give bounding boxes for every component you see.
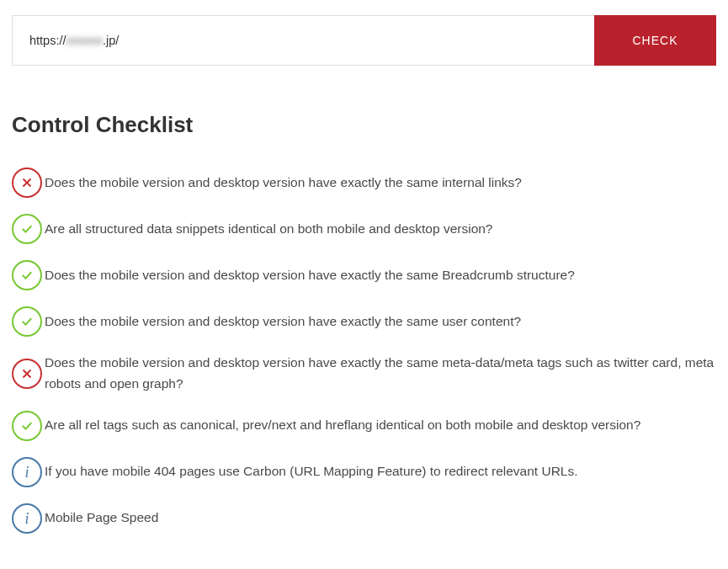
checklist-item-text: Mobile Page Speed (45, 508, 158, 529)
info-icon: i (12, 503, 42, 534)
checklist: Does the mobile version and desktop vers… (12, 168, 716, 534)
info-icon: i (12, 457, 42, 487)
fail-icon (12, 168, 42, 198)
checklist-item: Are all rel tags such as canonical, prev… (12, 411, 716, 441)
pass-icon (12, 411, 42, 441)
checklist-item-text: Does the mobile version and desktop vers… (45, 353, 716, 395)
checklist-item: Does the mobile version and desktop vers… (12, 260, 716, 290)
url-prefix: https:// (29, 34, 66, 47)
pass-icon (12, 306, 42, 337)
check-button[interactable]: CHECK (594, 15, 716, 66)
url-domain-blurred: xxxxxx (66, 34, 104, 47)
checklist-item-text: Are all rel tags such as canonical, prev… (45, 415, 640, 436)
pass-icon (12, 260, 42, 290)
page-title: Control Checklist (12, 112, 716, 138)
checklist-item: i Mobile Page Speed (12, 503, 716, 534)
checklist-item: Does the mobile version and desktop vers… (12, 306, 716, 337)
fail-icon (12, 359, 42, 389)
checklist-item: Does the mobile version and desktop vers… (12, 353, 716, 395)
checklist-item: Does the mobile version and desktop vers… (12, 168, 716, 198)
url-input[interactable]: https://xxxxxx.jp/ (12, 15, 594, 66)
checklist-item: i If you have mobile 404 pages use Carbo… (12, 457, 716, 487)
checklist-item-text: Does the mobile version and desktop vers… (45, 311, 521, 332)
url-check-row: https://xxxxxx.jp/ CHECK (12, 15, 716, 66)
checklist-item-text: If you have mobile 404 pages use Carbon … (45, 461, 578, 482)
checklist-item-text: Does the mobile version and desktop vers… (45, 173, 522, 194)
pass-icon (12, 214, 42, 244)
checklist-item-text: Are all structured data snippets identic… (45, 219, 493, 240)
checklist-item: Are all structured data snippets identic… (12, 214, 716, 244)
checklist-item-text: Does the mobile version and desktop vers… (45, 265, 575, 286)
url-suffix: .jp/ (103, 34, 119, 47)
